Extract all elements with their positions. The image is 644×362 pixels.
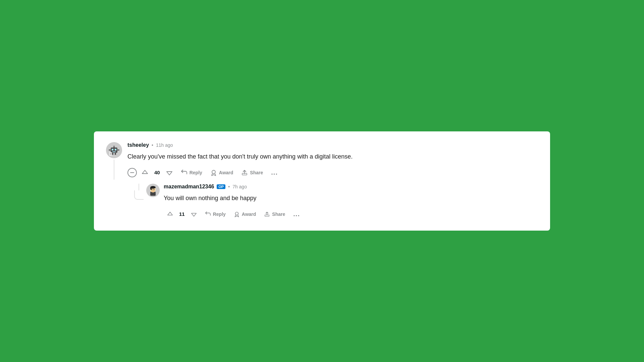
reply-more-dots: ...: [293, 210, 300, 218]
comment-action-bar: 40 Reply: [127, 167, 539, 178]
comment-username: tsheeley: [127, 142, 149, 148]
svg-point-16: [212, 170, 215, 174]
reply-dot-separator: •: [228, 184, 230, 189]
comment-header: tsheeley • 11h ago: [127, 142, 539, 148]
upvote-button[interactable]: [138, 167, 152, 178]
upvote-icon: [142, 169, 148, 176]
reply-award-button[interactable]: Award: [230, 209, 260, 219]
award-button[interactable]: Award: [207, 167, 237, 178]
share-label: Share: [250, 170, 263, 175]
reply-timestamp: 7h ago: [232, 184, 247, 189]
avatar: [106, 142, 122, 158]
comment-text: Clearly you've missed the fact that you …: [127, 152, 539, 161]
reply-award-icon: [234, 211, 240, 217]
collapse-button[interactable]: [127, 168, 137, 177]
reply-reply-icon: [205, 211, 211, 217]
svg-rect-7: [109, 149, 111, 150]
svg-rect-4: [112, 152, 116, 152]
comment-card: tsheeley • 11h ago Clearly you've missed…: [94, 131, 550, 231]
downvote-icon: [166, 169, 173, 176]
svg-point-24: [154, 189, 155, 190]
more-dots: ...: [271, 169, 278, 176]
thread-line: [114, 160, 114, 180]
left-column: [105, 142, 123, 180]
svg-point-6: [113, 145, 115, 147]
reply-share-icon: [264, 211, 270, 217]
reply-downvote-button[interactable]: [187, 209, 200, 219]
svg-rect-9: [112, 153, 113, 155]
svg-rect-8: [117, 149, 119, 150]
reply-body: mazemadman12346 OP • 7h ago You will own…: [160, 184, 539, 220]
main-comment: tsheeley • 11h ago Clearly you've missed…: [105, 142, 539, 220]
dot-separator: •: [152, 142, 153, 148]
reply-icon: [181, 169, 187, 176]
reply-reply-button[interactable]: Reply: [202, 209, 229, 219]
reply-username: mazemadman12346: [164, 184, 214, 190]
downvote-button[interactable]: [163, 167, 176, 178]
reply-share-button[interactable]: Share: [261, 209, 288, 219]
reply-header: mazemadman12346 OP • 7h ago: [164, 184, 539, 190]
reply-button[interactable]: Reply: [177, 167, 206, 178]
reply-upvote-button[interactable]: [164, 209, 176, 219]
reply-text: You will own nothing and be happy: [164, 194, 539, 203]
reply-award-label: Award: [242, 212, 256, 217]
reply-reply-label: Reply: [213, 212, 226, 217]
reply-downvote-icon: [191, 211, 197, 217]
reply-upvote-icon: [167, 211, 173, 217]
svg-point-25: [235, 212, 238, 215]
op-badge: OP: [217, 184, 225, 189]
reply-share-label: Share: [272, 212, 285, 217]
reply-vote-count: 11: [178, 211, 186, 217]
award-icon: [210, 169, 217, 176]
vote-count: 40: [153, 170, 161, 175]
share-button[interactable]: Share: [238, 167, 266, 178]
reply-section: mazemadman12346 OP • 7h ago You will own…: [134, 184, 539, 220]
comment-body: tsheeley • 11h ago Clearly you've missed…: [123, 142, 539, 220]
svg-rect-22: [150, 187, 152, 190]
more-button[interactable]: ...: [268, 167, 281, 178]
comment-timestamp: 11h ago: [156, 142, 173, 148]
reply-avatar: [146, 184, 160, 197]
svg-point-23: [152, 189, 153, 190]
award-label: Award: [219, 170, 233, 175]
reply-label: Reply: [190, 170, 202, 175]
svg-rect-3: [115, 149, 116, 150]
svg-rect-10: [115, 153, 116, 155]
svg-rect-2: [112, 149, 113, 150]
share-icon: [241, 169, 248, 176]
reply-more-button[interactable]: ...: [290, 208, 303, 220]
reply-action-bar: 11: [164, 208, 539, 220]
